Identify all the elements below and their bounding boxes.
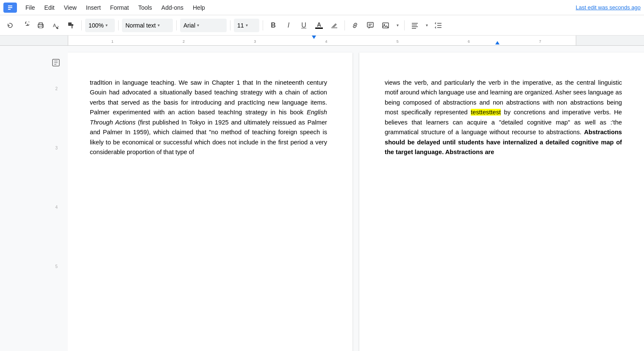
line-spacing-button[interactable] [432,19,445,32]
align-button[interactable] [408,19,422,32]
align-arrow[interactable]: ▾ [423,19,430,32]
left-page-text[interactable]: tradItion in language teaching. We saw i… [90,78,327,158]
zoom-arrow: ▾ [105,23,108,28]
menu-addons[interactable]: Add-ons [157,3,188,13]
undo-button[interactable] [3,19,17,32]
menu-edit[interactable]: Edit [40,3,59,13]
svg-rect-10 [331,27,337,28]
spellcheck-button[interactable]: A [49,19,63,32]
italic-button[interactable]: I [282,19,295,32]
size-arrow: ▾ [246,23,248,28]
ruler: 1 2 3 4 5 6 7 [0,36,644,46]
separator-3 [176,20,177,30]
separator-1 [81,20,82,30]
menu-help[interactable]: Help [189,3,209,13]
app-icon[interactable] [3,3,17,13]
menu-tools[interactable]: Tools [134,3,156,13]
svg-rect-1 [8,6,12,6]
link-button[interactable] [348,19,362,32]
insert-image-button[interactable] [379,19,392,32]
svg-rect-5 [39,23,42,25]
margin-num-3: 3 [55,146,58,150]
separator-6 [344,20,345,30]
menu-file[interactable]: File [21,3,39,13]
svg-rect-9 [68,22,72,26]
svg-rect-11 [367,22,373,27]
redo-button[interactable] [19,19,32,32]
insert-comment-button[interactable] [364,19,377,32]
pages-container: tradItion in language teaching. We saw i… [68,46,644,351]
zoom-value: 100% [89,22,104,29]
ruler-white: 1 2 3 4 5 6 7 [68,36,576,45]
svg-rect-3 [8,9,11,10]
italic-title-1: English Through Actions [90,109,327,125]
right-indent[interactable] [495,41,500,44]
bold-button[interactable]: B [266,19,280,32]
font-arrow: ▾ [197,23,199,28]
left-page[interactable]: tradItion in language teaching. We saw i… [68,53,353,351]
margin-num-2: 2 [55,86,58,91]
right-page-text[interactable]: views the verb, and particularly the ver… [385,78,622,158]
size-value: 11 [237,22,244,29]
menu-format[interactable]: Format [106,3,133,13]
menu-view[interactable]: View [60,3,81,13]
last-edit-status[interactable]: Last edit was seconds ago [576,4,641,11]
zoom-dropdown[interactable]: 100% ▾ [85,19,115,32]
font-color-button[interactable]: A [312,19,326,32]
font-color-label: A [317,22,321,28]
insert-image-arrow[interactable]: ▾ [394,19,401,32]
main-area: 2 3 4 5 tradItion in language teaching. … [0,46,644,351]
underline-button[interactable]: U [297,19,311,32]
svg-point-7 [42,25,43,26]
paint-format-button[interactable] [64,19,78,32]
highlight-button[interactable] [328,19,341,32]
svg-rect-2 [8,7,12,8]
font-color-bar [315,28,323,29]
style-value: Normal text [125,22,156,29]
left-indent-top[interactable] [312,36,316,39]
menu-insert[interactable]: Insert [82,3,105,13]
highlighted-word: testtesttest [471,109,501,116]
font-value: Arial [183,22,195,29]
separator-4 [230,20,230,30]
right-page[interactable]: views the verb, and particularly the ver… [359,53,644,351]
left-gutter: 2 3 4 5 [0,46,68,351]
separator-7 [404,20,405,30]
style-arrow: ▾ [158,23,160,28]
font-dropdown[interactable]: Arial ▾ [180,19,227,32]
font-size-dropdown[interactable]: 11 ▾ [234,19,259,32]
svg-rect-6 [39,26,42,28]
document-area[interactable]: tradItion in language teaching. We saw i… [68,46,644,351]
separator-2 [118,20,119,30]
margin-num-4: 4 [55,205,58,210]
print-button[interactable] [34,19,47,32]
separator-5 [263,20,263,30]
menu-bar: File Edit View Insert Format Tools Add-o… [0,0,644,15]
toolbar: A 100% ▾ Normal text ▾ Arial ▾ 11 ▾ B I [0,15,644,36]
bold-section: Abstractions should be delayed until stu… [385,129,622,155]
margin-num-5: 5 [55,264,58,269]
svg-text:A: A [53,23,56,28]
underline-label: U [301,22,306,29]
text-style-dropdown[interactable]: Normal text ▾ [122,19,173,32]
outline-icon[interactable] [49,56,63,69]
